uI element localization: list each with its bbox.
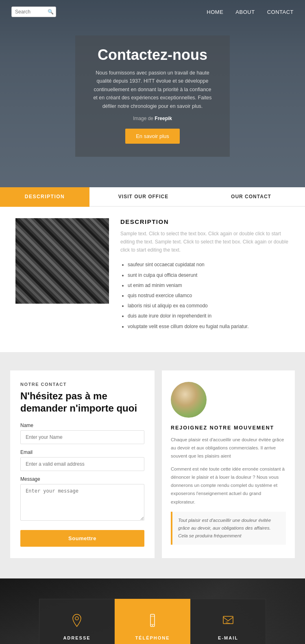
movement-text2: Comment est née toute cette idée erronée… [171, 465, 286, 506]
tab-description[interactable]: DESCRIPTION [0, 187, 89, 207]
phone-icon [123, 613, 182, 631]
email-icon [199, 613, 257, 631]
description-para: Sample text. Click to select the text bo… [120, 230, 290, 254]
search-input[interactable] [15, 9, 48, 15]
movement-text1: Chaque plaisir est d'accueillir une doul… [171, 436, 286, 460]
description-image [15, 218, 109, 304]
message-input[interactable] [20, 484, 144, 521]
description-list: saufeur sint occaecat cupidatat nonsunt … [120, 260, 290, 331]
footer-card-email: E-MAIL entreprise@info.com [190, 599, 266, 644]
contact-form-panel: NOTRE CONTACT N'hésitez pas à me demande… [10, 370, 155, 558]
submit-button[interactable]: Soumettre [20, 530, 144, 547]
search-icon: 🔍 [48, 9, 54, 15]
list-item: saufeur sint occaecat cupidatat non [128, 260, 290, 270]
nav-contact[interactable]: CONTACT [267, 9, 294, 15]
tabs-section: DESCRIPTION VISIT OUR OFFICE OUR CONTACT… [0, 187, 305, 352]
form-message-group: Message [20, 476, 144, 522]
hero-title: Contactez-nous [93, 47, 212, 63]
nav-home[interactable]: HOME [207, 9, 223, 15]
hero-content: Contactez-nous Nous fournissons avec pas… [75, 35, 230, 157]
tab-our-contact[interactable]: OUR CONTACT [197, 187, 305, 207]
nav-links: HOME ABOUT CONTACT [207, 9, 294, 15]
description-content: DESCRIPTION Sample text. Click to select… [0, 207, 305, 352]
tabs-bar: DESCRIPTION VISIT OUR OFFICE OUR CONTACT [0, 187, 305, 207]
phone-title: TÉLÉPHONE [123, 635, 182, 640]
contact-heading: N'hésitez pas à me demander n'importe qu… [20, 390, 144, 414]
worker-avatar [171, 382, 207, 418]
message-label: Message [20, 476, 144, 482]
list-item: duis aute irure dolor in reprehenderit i… [128, 311, 290, 321]
hero-credit: Image de Freepik [93, 116, 212, 121]
list-item: laboris nisi ut aliquip ex ea commodo [128, 301, 290, 311]
svg-rect-4 [223, 616, 233, 624]
footer-cards: ADRESSE 27 13 Lowe Haven TÉLÉPHONE +111 … [39, 599, 266, 644]
contact-right-panel: REJOIGNEZ NOTRE MOUVEMENT Chaque plaisir… [162, 370, 295, 558]
hero-btn[interactable]: En savoir plus [125, 129, 180, 144]
form-email-group: Email [20, 449, 144, 471]
header: 🔍 HOME ABOUT CONTACT [0, 0, 305, 24]
contact-section: NOTRE CONTACT N'hésitez pas à me demande… [0, 352, 305, 578]
search-box[interactable]: 🔍 [11, 7, 56, 17]
description-title: DESCRIPTION [120, 218, 290, 225]
hero-section: 🔍 HOME ABOUT CONTACT Contactez-nous Nous… [0, 0, 305, 187]
address-icon [48, 613, 106, 631]
footer-card-address: ADRESSE 27 13 Lowe Haven [39, 599, 115, 644]
movement-title: REJOIGNEZ NOTRE MOUVEMENT [171, 425, 286, 431]
list-item: quis nostrud exercice ullamco [128, 291, 290, 301]
contact-label-small: NOTRE CONTACT [20, 382, 144, 387]
list-item: voluptate velit esse cillum dolore eu fu… [128, 322, 290, 332]
name-label: Name [20, 423, 144, 428]
hero-description: Nous fournissons avec passion un travail… [93, 69, 212, 111]
description-text: DESCRIPTION Sample text. Click to select… [120, 218, 290, 332]
name-input[interactable] [20, 430, 144, 444]
nav-about[interactable]: ABOUT [235, 9, 255, 15]
email-title: E-MAIL [199, 635, 257, 640]
list-item: ut enim ad minim veniam [128, 280, 290, 291]
address-title: ADRESSE [48, 635, 106, 640]
svg-point-3 [152, 625, 153, 626]
list-item: sunt in culpa qui officia deserunt [128, 270, 290, 280]
footer-section: ADRESSE 27 13 Lowe Haven TÉLÉPHONE +111 … [0, 578, 305, 644]
tab-visit-office[interactable]: VISIT OUR OFFICE [89, 187, 197, 207]
email-input[interactable] [20, 457, 144, 471]
quote-box: Tout plaisir est d'accueillir une douleu… [171, 512, 286, 545]
footer-card-phone: TÉLÉPHONE +111 343 43 43 [115, 599, 190, 644]
email-label: Email [20, 449, 144, 455]
form-name-group: Name [20, 423, 144, 444]
